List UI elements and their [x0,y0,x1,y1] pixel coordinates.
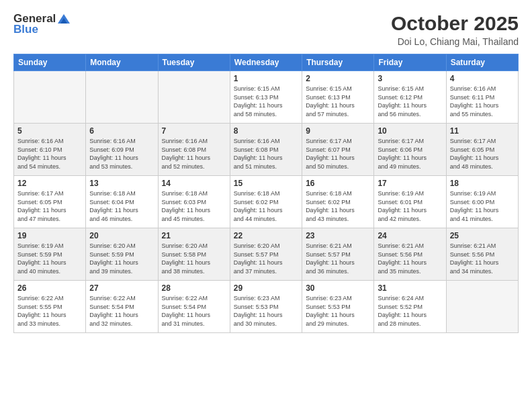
day-info: Sunrise: 6:22 AM Sunset: 5:54 PM Dayligh… [162,294,226,328]
day-number: 11 [450,126,515,136]
logo: General Blue [13,12,72,36]
calendar-cell: 18Sunrise: 6:19 AM Sunset: 6:00 PM Dayli… [446,176,518,228]
header: General Blue October 2025 Doi Lo, Chiang… [13,12,519,47]
day-info: Sunrise: 6:18 AM Sunset: 6:03 PM Dayligh… [162,189,226,223]
calendar-cell: 17Sunrise: 6:19 AM Sunset: 6:01 PM Dayli… [374,176,446,228]
calendar-cell: 27Sunrise: 6:22 AM Sunset: 5:54 PM Dayli… [86,281,158,333]
day-info: Sunrise: 6:17 AM Sunset: 6:05 PM Dayligh… [450,137,515,171]
day-number: 29 [234,283,298,293]
calendar-cell: 29Sunrise: 6:23 AM Sunset: 5:53 PM Dayli… [230,281,302,333]
calendar-cell: 8Sunrise: 6:16 AM Sunset: 6:08 PM Daylig… [230,124,302,176]
day-number: 19 [17,231,82,240]
day-info: Sunrise: 6:16 AM Sunset: 6:11 PM Dayligh… [450,85,515,118]
calendar-cell: 19Sunrise: 6:19 AM Sunset: 5:59 PM Dayli… [14,228,86,281]
calendar-cell: 16Sunrise: 6:18 AM Sunset: 6:02 PM Dayli… [302,176,374,228]
day-info: Sunrise: 6:24 AM Sunset: 5:52 PM Dayligh… [378,294,442,328]
day-info: Sunrise: 6:22 AM Sunset: 5:55 PM Dayligh… [17,294,82,328]
day-info: Sunrise: 6:22 AM Sunset: 5:54 PM Dayligh… [89,294,154,328]
title-section: October 2025 Doi Lo, Chiang Mai, Thailan… [391,12,519,47]
day-info: Sunrise: 6:23 AM Sunset: 5:53 PM Dayligh… [306,294,370,328]
day-info: Sunrise: 6:16 AM Sunset: 6:08 PM Dayligh… [234,137,298,171]
calendar-header-sunday: Sunday [14,54,86,71]
day-info: Sunrise: 6:16 AM Sunset: 6:09 PM Dayligh… [89,137,154,171]
calendar-cell: 20Sunrise: 6:20 AM Sunset: 5:59 PM Dayli… [86,228,158,281]
calendar-cell [14,71,86,124]
calendar-cell: 31Sunrise: 6:24 AM Sunset: 5:52 PM Dayli… [374,281,446,333]
calendar-cell: 26Sunrise: 6:22 AM Sunset: 5:55 PM Dayli… [14,281,86,333]
day-number: 20 [89,231,154,240]
day-info: Sunrise: 6:20 AM Sunset: 5:58 PM Dayligh… [162,242,226,275]
day-info: Sunrise: 6:15 AM Sunset: 6:13 PM Dayligh… [306,85,370,118]
calendar-cell: 13Sunrise: 6:18 AM Sunset: 6:04 PM Dayli… [86,176,158,228]
day-info: Sunrise: 6:18 AM Sunset: 6:04 PM Dayligh… [89,189,154,223]
day-number: 21 [162,231,226,240]
calendar-cell: 23Sunrise: 6:21 AM Sunset: 5:57 PM Dayli… [302,228,374,281]
day-info: Sunrise: 6:20 AM Sunset: 5:59 PM Dayligh… [89,242,154,275]
calendar-cell [446,281,518,333]
day-info: Sunrise: 6:21 AM Sunset: 5:56 PM Dayligh… [450,242,515,275]
day-number: 17 [378,179,442,188]
logo-icon [56,13,71,25]
calendar-week-row: 1Sunrise: 6:15 AM Sunset: 6:13 PM Daylig… [14,71,519,124]
day-info: Sunrise: 6:17 AM Sunset: 6:06 PM Dayligh… [378,137,442,171]
calendar-header-thursday: Thursday [302,54,374,71]
day-info: Sunrise: 6:19 AM Sunset: 6:01 PM Dayligh… [378,189,442,223]
day-number: 7 [162,126,226,136]
location: Doi Lo, Chiang Mai, Thailand [391,36,519,47]
day-info: Sunrise: 6:21 AM Sunset: 5:56 PM Dayligh… [378,242,442,275]
calendar-cell: 12Sunrise: 6:17 AM Sunset: 6:05 PM Dayli… [14,176,86,228]
day-number: 22 [234,231,298,240]
calendar-cell: 11Sunrise: 6:17 AM Sunset: 6:05 PM Dayli… [446,124,518,176]
calendar-header-monday: Monday [86,54,158,71]
page: General Blue October 2025 Doi Lo, Chiang… [0,0,532,411]
day-number: 16 [306,179,370,188]
calendar-cell: 6Sunrise: 6:16 AM Sunset: 6:09 PM Daylig… [86,124,158,176]
calendar-cell: 4Sunrise: 6:16 AM Sunset: 6:11 PM Daylig… [446,71,518,124]
calendar-cell: 15Sunrise: 6:18 AM Sunset: 6:02 PM Dayli… [230,176,302,228]
day-info: Sunrise: 6:15 AM Sunset: 6:13 PM Dayligh… [234,85,298,118]
day-number: 10 [378,126,442,136]
day-number: 31 [378,283,442,293]
day-number: 12 [17,179,82,188]
calendar-header-friday: Friday [374,54,446,71]
calendar-cell: 28Sunrise: 6:22 AM Sunset: 5:54 PM Dayli… [158,281,230,333]
calendar-cell [158,71,230,124]
calendar-header-saturday: Saturday [446,54,518,71]
day-info: Sunrise: 6:19 AM Sunset: 5:59 PM Dayligh… [17,242,82,275]
day-info: Sunrise: 6:20 AM Sunset: 5:57 PM Dayligh… [234,242,298,275]
calendar-week-row: 12Sunrise: 6:17 AM Sunset: 6:05 PM Dayli… [14,176,519,228]
calendar-cell: 2Sunrise: 6:15 AM Sunset: 6:13 PM Daylig… [302,71,374,124]
day-info: Sunrise: 6:17 AM Sunset: 6:07 PM Dayligh… [306,137,370,171]
calendar-table: SundayMondayTuesdayWednesdayThursdayFrid… [13,54,519,333]
day-number: 30 [306,283,370,293]
calendar-header-tuesday: Tuesday [158,54,230,71]
day-info: Sunrise: 6:18 AM Sunset: 6:02 PM Dayligh… [234,189,298,223]
day-number: 18 [450,179,515,188]
day-info: Sunrise: 6:16 AM Sunset: 6:10 PM Dayligh… [17,137,82,171]
day-info: Sunrise: 6:15 AM Sunset: 6:12 PM Dayligh… [378,85,442,118]
month-title: October 2025 [391,12,519,35]
calendar-cell: 21Sunrise: 6:20 AM Sunset: 5:58 PM Dayli… [158,228,230,281]
day-number: 5 [17,126,82,136]
day-info: Sunrise: 6:17 AM Sunset: 6:05 PM Dayligh… [17,189,82,223]
calendar-cell: 10Sunrise: 6:17 AM Sunset: 6:06 PM Dayli… [374,124,446,176]
calendar-cell: 5Sunrise: 6:16 AM Sunset: 6:10 PM Daylig… [14,124,86,176]
day-number: 4 [450,74,515,83]
calendar-cell: 1Sunrise: 6:15 AM Sunset: 6:13 PM Daylig… [230,71,302,124]
day-info: Sunrise: 6:23 AM Sunset: 5:53 PM Dayligh… [234,294,298,328]
calendar-cell [86,71,158,124]
calendar-cell: 3Sunrise: 6:15 AM Sunset: 6:12 PM Daylig… [374,71,446,124]
day-number: 23 [306,231,370,240]
calendar-cell: 30Sunrise: 6:23 AM Sunset: 5:53 PM Dayli… [302,281,374,333]
day-number: 1 [234,74,298,83]
day-number: 14 [162,179,226,188]
calendar-week-row: 5Sunrise: 6:16 AM Sunset: 6:10 PM Daylig… [14,124,519,176]
day-number: 13 [89,179,154,188]
day-number: 3 [378,74,442,83]
day-info: Sunrise: 6:16 AM Sunset: 6:08 PM Dayligh… [162,137,226,171]
day-number: 8 [234,126,298,136]
day-number: 28 [162,283,226,293]
calendar-header-row: SundayMondayTuesdayWednesdayThursdayFrid… [14,54,519,71]
calendar-cell: 22Sunrise: 6:20 AM Sunset: 5:57 PM Dayli… [230,228,302,281]
calendar-cell: 24Sunrise: 6:21 AM Sunset: 5:56 PM Dayli… [374,228,446,281]
